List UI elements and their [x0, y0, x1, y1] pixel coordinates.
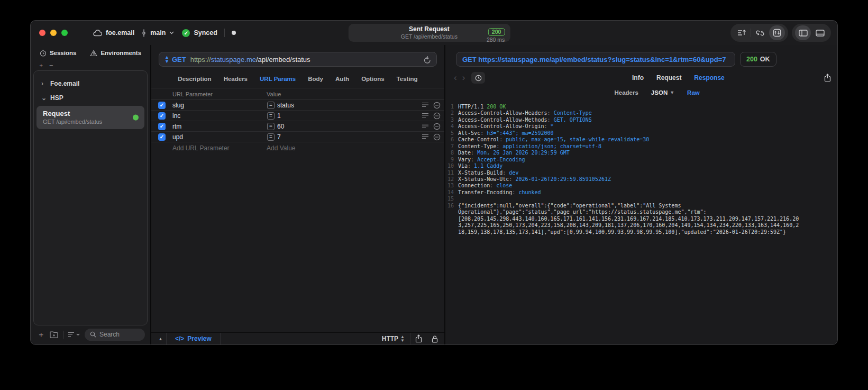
- multiline-value-icon[interactable]: [422, 102, 429, 108]
- param-name[interactable]: upd: [166, 133, 267, 141]
- zoom-window-button[interactable]: [61, 30, 68, 36]
- param-name[interactable]: rtm: [166, 123, 267, 130]
- resend-request-icon[interactable]: [424, 56, 431, 64]
- method-stepper-icon[interactable]: ▲▼: [165, 55, 169, 64]
- multiline-value-icon[interactable]: [422, 113, 429, 119]
- param-enabled-checkbox[interactable]: ✓: [158, 133, 166, 141]
- remove-session-icon[interactable]: −: [49, 61, 53, 69]
- titlebar: foe.email main ✓ Synced Sent Request GET…: [31, 21, 837, 45]
- method-label[interactable]: GET: [172, 56, 186, 64]
- tab-testing[interactable]: Testing: [397, 76, 418, 82]
- send-receive-icon[interactable]: [769, 25, 785, 40]
- tab-body[interactable]: Body: [308, 76, 323, 82]
- response-line: 10Via: 1.1 Caddy: [446, 163, 800, 169]
- branch-name[interactable]: main: [150, 29, 166, 37]
- response-line: 16{"incidents":null,"overall":{"code":"o…: [446, 203, 800, 235]
- subtab-json-label: JSON: [651, 89, 668, 96]
- close-window-button[interactable]: [39, 30, 45, 36]
- tree-item-foe-email[interactable]: › Foe.email: [34, 76, 147, 90]
- tab-environments[interactable]: Environments: [90, 50, 141, 57]
- minimize-window-button[interactable]: [50, 30, 57, 36]
- add-value[interactable]: Add Value: [267, 144, 296, 152]
- expanded-chevron-icon[interactable]: ⌄: [41, 94, 46, 102]
- param-enabled-checkbox[interactable]: ✓: [158, 123, 166, 130]
- sent-request-line[interactable]: GET https://statuspage.me/api/embed/stat…: [456, 52, 735, 67]
- response-line: 11X-Status-Build: dev: [446, 170, 800, 176]
- tab-request[interactable]: Request: [656, 74, 681, 81]
- request-list-item-selected[interactable]: Request GET /api/embed/status: [36, 106, 144, 129]
- protocol-selector[interactable]: HTTP ▲▼: [377, 335, 410, 342]
- search-input[interactable]: Search: [85, 329, 145, 341]
- request-url-bar[interactable]: ▲▼ GET https://statuspage.me/api/embed/s…: [159, 52, 437, 67]
- tab-url-params[interactable]: URL Params: [260, 76, 296, 82]
- sync-loop-icon[interactable]: [752, 25, 768, 40]
- app-window: foe.email main ✓ Synced Sent Request GET…: [30, 20, 838, 345]
- equals-icon: =: [267, 123, 275, 130]
- tab-info[interactable]: Info: [632, 74, 644, 81]
- request-tab-bar: Description Headers URL Params Body Auth…: [151, 70, 444, 88]
- line-number: 2: [446, 110, 454, 116]
- share-icon[interactable]: [410, 334, 427, 343]
- raw-response-view[interactable]: 1HTTP/1.1 200 OK2Access-Control-Allow-He…: [445, 99, 837, 344]
- add-folder-icon[interactable]: [50, 331, 58, 338]
- param-name[interactable]: inc: [166, 112, 267, 120]
- param-value[interactable]: 7: [277, 133, 422, 141]
- response-status-button[interactable]: 200 OK: [740, 52, 776, 67]
- line-number: 7: [446, 143, 454, 150]
- multiline-value-icon[interactable]: [422, 134, 429, 140]
- tab-response[interactable]: Response: [694, 74, 724, 81]
- remove-param-icon[interactable]: [433, 123, 441, 130]
- multiline-value-icon[interactable]: [422, 123, 429, 129]
- param-value[interactable]: 1: [277, 112, 422, 120]
- add-url-parameter[interactable]: Add URL Parameter: [151, 144, 267, 152]
- history-back-icon[interactable]: ‹: [454, 72, 457, 83]
- tree-item-label: Foe.email: [50, 80, 79, 87]
- tree-item-hsp[interactable]: ⌄ HSP: [34, 90, 147, 105]
- remove-param-icon[interactable]: [433, 102, 441, 109]
- column-header-param: URL Parameter: [151, 91, 267, 97]
- response-status-code: 200: [746, 56, 757, 63]
- tab-sessions[interactable]: Sessions: [40, 50, 77, 57]
- subtab-json[interactable]: JSON ▼: [651, 89, 674, 96]
- equals-icon: =: [267, 133, 275, 141]
- response-tab-bar: Info Request Response: [632, 74, 725, 81]
- subtab-raw[interactable]: Raw: [687, 89, 700, 96]
- sent-request-pill[interactable]: Sent Request GET /api/embed/status 200 2…: [348, 24, 510, 42]
- param-enabled-checkbox[interactable]: ✓: [158, 102, 166, 109]
- column-header-value: Value: [267, 91, 281, 97]
- tab-options[interactable]: Options: [361, 76, 384, 82]
- preview-label: Preview: [187, 335, 211, 342]
- unsaved-dot-icon: [232, 31, 236, 35]
- expand-panel-button[interactable]: ▲: [155, 333, 167, 344]
- remove-param-icon[interactable]: [433, 112, 441, 120]
- param-name[interactable]: slug: [166, 102, 267, 109]
- tab-auth[interactable]: Auth: [335, 76, 349, 82]
- lock-icon[interactable]: [427, 335, 444, 343]
- cloud-icon: [93, 30, 102, 37]
- history-forward-icon[interactable]: ›: [462, 72, 465, 83]
- url-scheme: https://: [190, 56, 211, 64]
- param-value[interactable]: status: [277, 102, 422, 109]
- import-list-icon[interactable]: [734, 25, 750, 40]
- sort-list-icon[interactable]: [68, 332, 80, 337]
- history-clock-icon[interactable]: [471, 72, 485, 84]
- project-name[interactable]: foe.email: [106, 29, 134, 37]
- export-response-icon[interactable]: [824, 74, 831, 82]
- param-value[interactable]: 60: [277, 123, 422, 130]
- chevron-down-icon[interactable]: [169, 31, 174, 34]
- preview-button[interactable]: </> Preview: [167, 333, 221, 344]
- param-enabled-checkbox[interactable]: ✓: [158, 112, 166, 120]
- toggle-bottom-panel-icon[interactable]: [812, 25, 828, 40]
- line-number: 6: [446, 137, 454, 143]
- tab-headers[interactable]: Headers: [224, 76, 248, 82]
- collapsed-chevron-icon[interactable]: ›: [41, 80, 46, 87]
- divider: [224, 29, 225, 37]
- add-session-icon[interactable]: ＋: [38, 61, 44, 69]
- response-line: 15: [446, 196, 800, 202]
- remove-param-icon[interactable]: [433, 133, 441, 141]
- tab-description[interactable]: Description: [178, 76, 211, 82]
- add-request-button[interactable]: ＋: [37, 330, 45, 340]
- response-line: 3Access-Control-Allow-Methods: GET, OPTI…: [446, 117, 800, 123]
- toggle-sidebar-icon[interactable]: [795, 25, 811, 40]
- subtab-headers[interactable]: Headers: [614, 89, 638, 96]
